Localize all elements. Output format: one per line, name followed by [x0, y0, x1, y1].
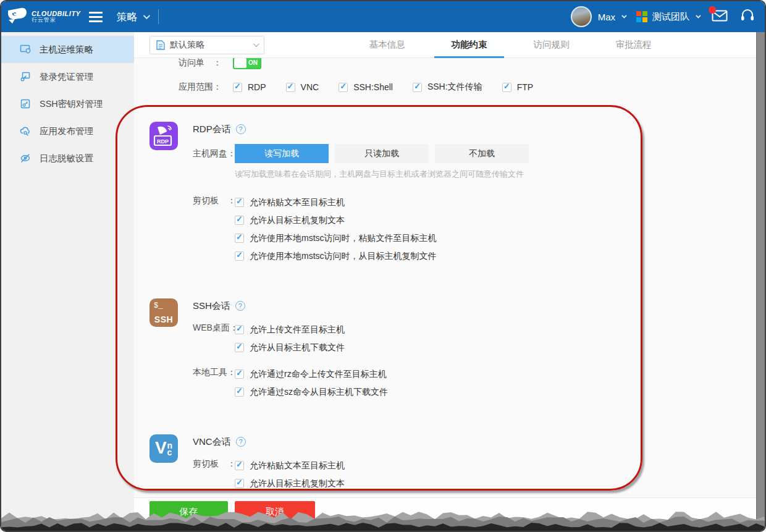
svg-text:RDP: RDP	[157, 138, 169, 145]
checkbox-checked-icon[interactable]	[235, 234, 244, 243]
ssh-local-option[interactable]: 允许通过rz命令上传文件至目标主机	[235, 365, 388, 383]
scope-option-vnc[interactable]: VNC	[286, 82, 319, 93]
rdp-icon: RDP	[149, 122, 178, 150]
sidebar-item-ssh-keypairs[interactable]: SSH密钥对管理	[1, 90, 134, 117]
vnc-session-section: V nc VNC会话 剪切板 ： 允许粘贴文本至目标主机	[149, 434, 756, 492]
checkbox-checked-icon[interactable]	[286, 83, 295, 92]
page-title: 策略	[116, 10, 137, 24]
sidebar-item-app-publish[interactable]: 应用发布管理	[1, 117, 134, 145]
ssh-local-option[interactable]: 允许通过sz命令从目标主机下载文件	[235, 383, 388, 401]
checkbox-checked-icon[interactable]	[235, 325, 244, 334]
ssh-icon: $_ SSH	[149, 298, 178, 327]
sidebar-item-log-masking[interactable]: 日志脱敏设置	[1, 145, 134, 172]
ssh-web-option[interactable]: 允许从目标主机下载文件	[235, 339, 345, 357]
checkbox-checked-icon[interactable]	[235, 198, 244, 207]
vnc-session-title: VNC会话	[193, 436, 231, 448]
settings-content: 访问单 ： ON 应用范围： RDP VNC SSH:Shell SSH:文件传…	[134, 58, 756, 497]
tab-approval-flow[interactable]: 审批流程	[592, 32, 675, 57]
menu-icon[interactable]	[89, 12, 103, 22]
checkbox-checked-icon[interactable]	[235, 216, 244, 225]
ssh-session-section: $_ SSH SSH会话 WEB桌面： 允许上传文件至目标主机	[149, 298, 756, 401]
host-disk-options: 读写加载 只读加载 不加载	[235, 144, 529, 163]
scope-option-ssh-shell[interactable]: SSH:Shell	[339, 82, 393, 93]
help-icon[interactable]	[235, 301, 245, 311]
rdp-session-title: RDP会话	[193, 124, 231, 135]
scope-row: 应用范围： RDP VNC SSH:Shell SSH:文件传输 FTP	[149, 80, 756, 95]
sidebar-item-label: 主机运维策略	[40, 44, 93, 56]
vnc-clip-option[interactable]: 允许从目标主机复制文本	[235, 475, 345, 492]
avatar[interactable]	[571, 6, 592, 27]
document-icon	[156, 40, 165, 50]
local-tools-label: 本地工具：	[193, 365, 235, 401]
checkbox-checked-icon[interactable]	[502, 83, 511, 92]
save-button[interactable]: 保存	[149, 501, 228, 522]
checkbox-checked-icon[interactable]	[339, 83, 348, 92]
host-ops-policy-icon	[20, 44, 31, 55]
scope-option-rdp[interactable]: RDP	[233, 82, 266, 93]
scope-label: 应用范围：	[179, 82, 233, 93]
sidebar-item-login-credentials[interactable]: 登录凭证管理	[1, 63, 134, 90]
support-button[interactable]	[740, 9, 755, 25]
chevron-down-icon	[143, 12, 150, 19]
sidebar: 主机运维策略 登录凭证管理 SSH密钥对管理	[1, 32, 134, 531]
checkbox-checked-icon[interactable]	[235, 369, 244, 379]
tab-basic-info[interactable]: 基本信息	[346, 32, 428, 57]
ssh-web-option[interactable]: 允许上传文件至目标主机	[235, 321, 345, 339]
team-name[interactable]: 测试团队	[652, 11, 689, 23]
app-window: CLOUDBILITY 行云管家 策略 Max 测试团队	[0, 0, 766, 532]
checkbox-checked-icon[interactable]	[235, 343, 244, 352]
checkbox-checked-icon[interactable]	[233, 83, 242, 92]
scope-option-ftp[interactable]: FTP	[502, 82, 533, 93]
disk-option-read-only[interactable]: 只读加载	[335, 144, 429, 163]
checkbox-checked-icon[interactable]	[413, 83, 422, 92]
rdp-clip-option[interactable]: 允许从目标主机复制文本	[235, 211, 437, 229]
checkbox-checked-icon[interactable]	[235, 479, 244, 488]
messages-button[interactable]	[712, 10, 728, 24]
user-name[interactable]: Max	[598, 12, 615, 22]
access-toggle[interactable]: ON	[233, 58, 261, 69]
sidebar-item-label: SSH密钥对管理	[40, 98, 103, 110]
checkbox-checked-icon[interactable]	[235, 461, 244, 470]
windows-logo-icon	[636, 11, 647, 22]
notification-badge	[709, 6, 716, 14]
access-ticket-row: 访问单 ： ON	[149, 58, 756, 70]
sidebar-item-label: 登录凭证管理	[40, 71, 93, 83]
checkbox-checked-icon[interactable]	[235, 387, 244, 397]
vnc-icon: V nc	[149, 434, 178, 463]
help-icon[interactable]	[236, 124, 246, 134]
vertical-scrollbar[interactable]	[756, 32, 765, 531]
checkbox-checked-icon[interactable]	[235, 251, 244, 261]
select-chevron-down-icon	[253, 41, 259, 47]
rdp-session-section: RDP RDP会话 主机网盘： 读写	[149, 122, 756, 265]
team-chevron-down-icon[interactable]	[696, 13, 701, 18]
sidebar-item-host-ops-policy[interactable]: 主机运维策略	[1, 36, 134, 63]
scope-option-ssh-file[interactable]: SSH:文件传输	[413, 82, 482, 93]
clipboard-label: 剪切板 ：	[193, 457, 235, 492]
clipboard-label: 剪切板 ：	[193, 193, 235, 265]
disk-hint-text: 读写加载意味着在会话期间，主机网盘与目标主机或者浏览器之间可随意传输文件	[235, 169, 529, 180]
policy-select-value: 默认策略	[170, 40, 204, 51]
app-publish-icon	[20, 125, 31, 137]
tab-bar: 基本信息 功能约束 访问规则 审批流程	[264, 32, 756, 57]
toolbar: 默认策略 基本信息 功能约束 访问规则 审批流程	[134, 32, 756, 58]
disk-option-read-write[interactable]: 读写加载	[235, 144, 329, 163]
rdp-clip-option[interactable]: 允许使用本地mstsc访问时，从目标主机复制文件	[235, 247, 437, 265]
host-disk-label: 主机网盘：	[193, 144, 235, 180]
web-desktop-label: WEB桌面：	[193, 321, 235, 357]
cancel-button[interactable]: 取消	[235, 501, 315, 522]
nav-module-switcher[interactable]: 策略	[116, 10, 148, 24]
disk-option-no-mount[interactable]: 不加载	[435, 144, 529, 163]
logo-mark-icon	[7, 7, 27, 26]
vnc-clip-option[interactable]: 允许粘贴文本至目标主机	[235, 457, 345, 475]
user-chevron-down-icon[interactable]	[621, 13, 626, 18]
policy-select[interactable]: 默认策略	[149, 36, 264, 54]
ssh-keypair-icon	[20, 98, 31, 109]
cloudbility-logo[interactable]: CLOUDBILITY 行云管家	[7, 7, 80, 26]
footer-actions: 保存 取消	[134, 497, 756, 531]
rdp-clip-option[interactable]: 允许使用本地mstsc访问时，粘贴文件至目标主机	[235, 229, 437, 247]
rdp-clip-option[interactable]: 允许粘贴文本至目标主机	[235, 193, 437, 211]
headset-icon	[740, 9, 755, 22]
tab-function-constraints[interactable]: 功能约束	[428, 32, 510, 57]
tab-access-rules[interactable]: 访问规则	[510, 32, 592, 57]
help-icon[interactable]	[236, 437, 246, 447]
